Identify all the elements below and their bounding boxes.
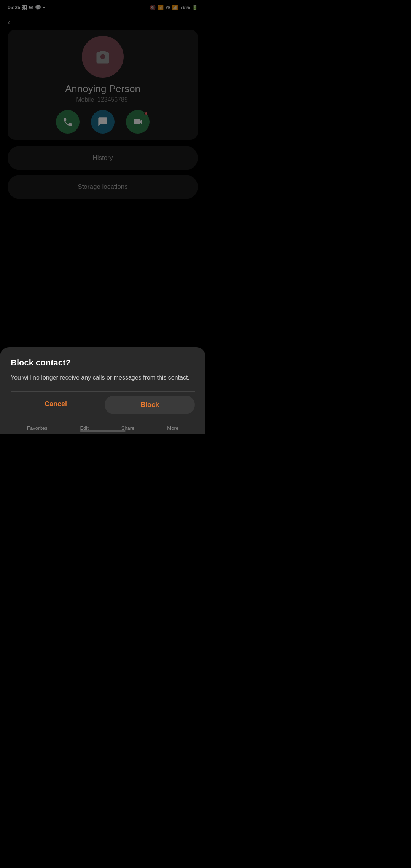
block-button[interactable]: Block: [105, 396, 195, 414]
nav-more[interactable]: More: [167, 425, 178, 431]
block-contact-dialog: Block contact? You will no longer receiv…: [0, 347, 206, 434]
nav-favorites[interactable]: Favorites: [27, 425, 47, 431]
dialog-title: Block contact?: [11, 358, 195, 368]
dialog-buttons: Cancel Block: [11, 391, 195, 418]
home-indicator: [80, 430, 126, 432]
cancel-button[interactable]: Cancel: [11, 392, 101, 418]
dialog-message: You will no longer receive any calls or …: [11, 373, 195, 382]
